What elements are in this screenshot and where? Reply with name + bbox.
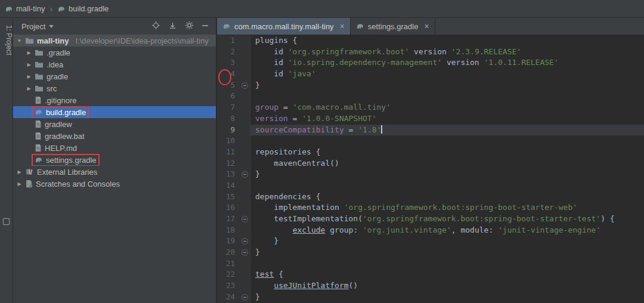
tree-item-settings-gradle[interactable]: settings.gradle (13, 154, 216, 166)
file-icon (35, 132, 42, 140)
editor-area: com.macro.mall.tiny.mall-tiny×settings.g… (217, 18, 644, 303)
code-line-9[interactable]: 9sourceCompatibility = '1.8' (217, 125, 644, 136)
code-line-22[interactable]: 22test { (217, 269, 644, 280)
tree-item-label: .gradle (47, 48, 70, 57)
tree-item-gradlew[interactable]: gradlew (13, 118, 216, 130)
fold-marker-icon[interactable] (242, 238, 248, 245)
tree-item-gradle[interactable]: ▶gradle (13, 70, 216, 82)
tree-collapsed-arrow-icon[interactable]: ▶ (25, 50, 33, 55)
code-line-2[interactable]: 2 id 'org.springframework.boot' version … (217, 47, 644, 58)
fold-gutter (240, 269, 250, 280)
code-line-4[interactable]: 4 id 'java' (217, 69, 644, 80)
tab-close-icon[interactable]: × (340, 22, 345, 30)
tree-item-src[interactable]: ▶src (13, 82, 216, 94)
code-line-14[interactable]: 14 (217, 180, 644, 191)
fold-gutter (240, 113, 250, 125)
project-toolwindow-button[interactable]: 1: Project (0, 20, 13, 59)
tree-collapsed-arrow-icon[interactable]: ▶ (16, 169, 23, 175)
code-line-17[interactable]: 17 testImplementation('org.springframewo… (217, 214, 644, 225)
tree-item-scratches-and-consoles[interactable]: ▶Scratches and Consoles (13, 178, 216, 190)
folder-icon (35, 61, 44, 69)
tree-item--idea[interactable]: ▶.idea (13, 58, 216, 70)
editor-tab-com-macro-mall-tiny-mall-tiny[interactable]: com.macro.mall.tiny.mall-tiny× (217, 18, 351, 35)
line-number: 8 (217, 113, 240, 125)
line-number: 4 (217, 69, 240, 80)
code-line-21[interactable]: 21 (217, 258, 644, 270)
tree-item--gitignore[interactable]: .gitignore (13, 94, 216, 106)
code-text: } (250, 80, 644, 91)
collapse-all-button[interactable] (168, 21, 177, 32)
code-line-3[interactable]: 3 id 'io.spring.dependency-management' v… (217, 57, 644, 69)
code-text: id 'org.springframework.boot' version '2… (250, 47, 644, 58)
tree-collapsed-arrow-icon[interactable]: ▶ (25, 62, 33, 67)
file-icon (35, 144, 42, 152)
line-number: 12 (217, 158, 240, 169)
tree-item-content: gradlew (33, 119, 74, 129)
fold-marker-icon[interactable] (242, 171, 248, 178)
collapse-all-icon (168, 21, 177, 30)
code-text (250, 135, 644, 147)
editor-body[interactable]: 1plugins {2 id 'org.springframework.boot… (217, 35, 644, 303)
fold-gutter (240, 169, 250, 180)
tree-collapsed-arrow-icon[interactable]: ▶ (25, 86, 33, 91)
toolwindow-stripe-icon[interactable] (2, 218, 10, 225)
line-number: 7 (217, 102, 240, 113)
tree-item-content: .gitignore (33, 95, 78, 106)
tab-close-icon[interactable]: × (424, 22, 429, 30)
tree-item-external-libraries[interactable]: ▶External Libraries (13, 166, 216, 178)
code-line-23[interactable]: 23 useJUnitPlatform() (217, 280, 644, 292)
gradle-icon (5, 5, 13, 13)
code-line-10[interactable]: 10 (217, 135, 644, 147)
code-line-18[interactable]: 18 exclude group: 'org.junit.vintage', m… (217, 225, 644, 236)
navigation-bar: mall-tiny›build.gradle (0, 0, 644, 18)
tree-item-mall-tiny[interactable]: ▼mall-tinyI:\developer\IDE\idea-projects… (13, 35, 216, 47)
project-view-selector[interactable]: Project (21, 22, 54, 31)
gradle-icon (222, 22, 231, 30)
tree-item-label: gradlew.bat (45, 132, 85, 141)
code-line-6[interactable]: 6 (217, 91, 644, 102)
code-line-16[interactable]: 16 implementation 'org.springframework.b… (217, 202, 644, 214)
fold-marker-icon[interactable] (242, 216, 248, 222)
folder-icon (35, 85, 44, 92)
tree-item-gradlew-bat[interactable]: gradlew.bat (13, 130, 216, 142)
hide-button[interactable] (202, 22, 209, 31)
text-cursor (381, 125, 382, 134)
gradle-icon (35, 156, 43, 164)
code-line-12[interactable]: 12 mavenCentral() (217, 158, 644, 169)
tree-item-build-gradle[interactable]: build.gradle (13, 106, 216, 118)
code-line-7[interactable]: 7group = 'com.macro.mall.tiny' (217, 102, 644, 113)
code-text: useJUnitPlatform() (250, 280, 644, 292)
code-line-24[interactable]: 24} (217, 292, 644, 303)
code-line-8[interactable]: 8version = '1.0.0-SNAPSHOT' (217, 113, 644, 125)
line-number: 2 (217, 47, 240, 58)
gradle-icon (57, 5, 66, 13)
tree-collapsed-arrow-icon[interactable]: ▶ (25, 74, 33, 79)
code-line-20[interactable]: 20} (217, 247, 644, 258)
tree-item-help-md[interactable]: HELP.md (13, 142, 216, 154)
file-icon (35, 120, 42, 128)
editor-tab-settings-gradle[interactable]: settings.gradle× (351, 18, 435, 35)
breadcrumb-item[interactable]: mall-tiny (5, 4, 45, 13)
settings-button[interactable] (185, 21, 194, 32)
code-text: group = 'com.macro.mall.tiny' (250, 102, 644, 113)
fold-marker-icon[interactable] (242, 249, 248, 256)
project-panel-toolbar (151, 21, 211, 32)
code-line-19[interactable]: 19 } (217, 236, 644, 247)
chevron-down-icon (49, 25, 54, 28)
code-text: testImplementation('org.springframework.… (250, 214, 644, 225)
fold-marker-icon[interactable] (242, 294, 248, 301)
tree-item-content: Scratches and Consoles (23, 179, 122, 189)
locate-button[interactable] (151, 21, 160, 32)
code-line-11[interactable]: 11repositories { (217, 147, 644, 158)
line-number: 24 (217, 292, 240, 303)
tree-expanded-arrow-icon[interactable]: ▼ (16, 38, 23, 44)
tree-item-label: settings.gradle (46, 156, 97, 165)
code-line-1[interactable]: 1plugins { (217, 35, 644, 47)
code-line-13[interactable]: 13} (217, 169, 644, 180)
code-line-5[interactable]: 5} (217, 80, 644, 91)
fold-marker-icon[interactable] (242, 82, 248, 89)
code-line-15[interactable]: 15dependencies { (217, 191, 644, 203)
tree-item--gradle[interactable]: ▶.gradle (13, 47, 216, 58)
breadcrumb-item[interactable]: build.gradle (57, 4, 109, 13)
tree-collapsed-arrow-icon[interactable]: ▶ (16, 181, 23, 187)
